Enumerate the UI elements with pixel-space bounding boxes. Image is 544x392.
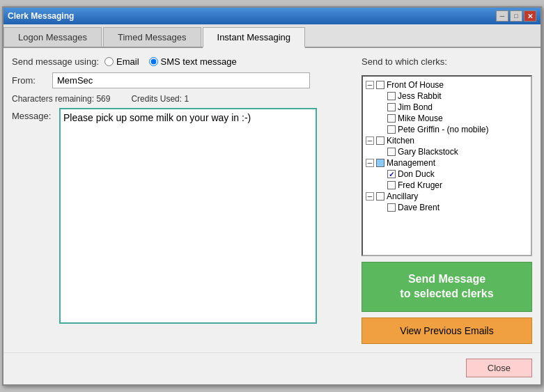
main-window: Clerk Messaging ─ □ ✕ Logon Messages Tim… [2, 6, 542, 386]
group-label-front-of-house: Front Of House [387, 80, 444, 90]
member-label-don-duck: Don Duck [398, 169, 435, 179]
close-icon: ✕ [527, 13, 533, 20]
tab-timed-messages[interactable]: Timed Messages [103, 27, 201, 47]
send-message-button[interactable]: Send Message to selected clerks [362, 262, 532, 312]
children-ancillary: Dave Brent [377, 202, 528, 213]
chars-row: Characters remaining: 569 Credits Used: … [12, 94, 353, 104]
radio-group: Email SMS text message [104, 56, 237, 67]
expand-icon-kitchen[interactable]: ─ [366, 136, 374, 145]
send-using-label: Send message using: [12, 56, 99, 67]
group-label-ancillary: Ancillary [387, 191, 418, 201]
tree-group-ancillary[interactable]: ─ Ancillary [366, 191, 528, 202]
send-using-row: Send message using: Email SMS text messa… [12, 56, 353, 67]
footer: Close [3, 352, 541, 384]
view-previous-emails-button[interactable]: View Previous Emails [362, 317, 532, 344]
checkbox-fred-kruger[interactable] [387, 181, 396, 189]
checkbox-front-of-house[interactable] [376, 81, 384, 89]
tree-group-kitchen[interactable]: ─ Kitchen [366, 135, 528, 146]
tree-member-don-duck[interactable]: Don Duck [377, 168, 528, 180]
from-label: From: [12, 75, 47, 86]
member-label-pete-griffin: Pete Griffin - (no mobile) [398, 125, 489, 134]
credits-used-value: 1 [184, 94, 189, 104]
member-label-jim-bond: Jim Bond [398, 102, 433, 112]
titlebar-buttons: ─ □ ✕ [496, 10, 536, 22]
chars-remaining-label: Characters remaining: 569 [12, 94, 110, 104]
tree-member-jess-rabbit[interactable]: Jess Rabbit [377, 91, 528, 102]
checkbox-dave-brent[interactable] [387, 203, 396, 212]
checkbox-pete-griffin[interactable] [387, 125, 396, 134]
message-row: Message: Please pick up some milk on you… [12, 108, 353, 324]
member-label-jess-rabbit: Jess Rabbit [398, 91, 442, 101]
tree-member-mike-mouse[interactable]: Mike Mouse [377, 113, 528, 124]
send-to-label: Send to which clerks: [362, 56, 532, 67]
tree-member-pete-griffin[interactable]: Pete Griffin - (no mobile) [377, 124, 528, 135]
email-option[interactable]: Email [104, 56, 139, 67]
member-label-dave-brent: Dave Brent [398, 203, 440, 212]
tree-member-jim-bond[interactable]: Jim Bond [377, 102, 528, 113]
expand-icon-ancillary[interactable]: ─ [366, 192, 374, 201]
sms-radio[interactable] [149, 57, 158, 66]
message-label: Message: [12, 108, 54, 121]
email-radio[interactable] [104, 57, 114, 66]
children-kitchen: Gary Blackstock [377, 146, 528, 157]
tab-logon-messages-label: Logon Messages [18, 32, 87, 42]
checkbox-jim-bond[interactable] [387, 103, 396, 111]
maximize-button[interactable]: □ [510, 10, 522, 22]
maximize-icon: □ [514, 13, 518, 19]
expand-icon-management[interactable]: ─ [366, 159, 374, 167]
main-content: Send message using: Email SMS text messa… [3, 48, 541, 352]
email-radio-label: Email [116, 56, 139, 67]
member-label-fred-kruger: Fred Kruger [398, 180, 442, 190]
titlebar: Clerk Messaging ─ □ ✕ [3, 8, 541, 24]
tab-timed-messages-label: Timed Messages [118, 32, 187, 42]
checkbox-management[interactable] [376, 159, 384, 167]
group-label-management: Management [387, 158, 435, 168]
checkbox-don-duck[interactable] [387, 170, 396, 178]
tab-bar: Logon Messages Timed Messages Instant Me… [3, 24, 541, 48]
checkbox-kitchen[interactable] [376, 136, 384, 145]
tab-instant-messaging[interactable]: Instant Messaging [203, 27, 306, 48]
right-panel: Send to which clerks: ─ Front Of House J… [362, 56, 532, 344]
checkbox-ancillary[interactable] [376, 192, 384, 201]
minimize-button[interactable]: ─ [496, 10, 508, 22]
chars-remaining-value: 569 [96, 94, 110, 104]
tree-group-management[interactable]: ─ Management [366, 157, 528, 168]
clerk-tree[interactable]: ─ Front Of House Jess Rabbit Jim Bond [362, 75, 532, 256]
tab-logon-messages[interactable]: Logon Messages [3, 27, 102, 47]
member-label-mike-mouse: Mike Mouse [398, 113, 443, 123]
checkbox-gary-blackstock[interactable] [387, 148, 396, 156]
member-label-gary-blackstock: Gary Blackstock [398, 147, 458, 157]
from-row: From: [12, 72, 353, 88]
minimize-icon: ─ [500, 13, 504, 19]
window-close-button[interactable]: ✕ [524, 10, 536, 22]
from-input[interactable] [52, 72, 310, 88]
credits-used-label: Credits Used: 1 [131, 94, 189, 104]
sms-radio-label: SMS text message [161, 56, 237, 67]
tree-member-gary-blackstock[interactable]: Gary Blackstock [377, 146, 528, 157]
tree-member-dave-brent[interactable]: Dave Brent [377, 202, 528, 213]
sms-option[interactable]: SMS text message [149, 56, 237, 67]
expand-icon-front-of-house[interactable]: ─ [366, 81, 374, 89]
checkbox-mike-mouse[interactable] [387, 114, 396, 123]
tree-member-fred-kruger[interactable]: Fred Kruger [377, 180, 528, 191]
window-title: Clerk Messaging [8, 11, 74, 21]
tab-instant-messaging-label: Instant Messaging [217, 32, 291, 42]
left-panel: Send message using: Email SMS text messa… [12, 56, 353, 344]
message-textarea[interactable]: Please pick up some milk on your way in … [59, 108, 317, 324]
tree-group-front-of-house[interactable]: ─ Front Of House [366, 79, 528, 91]
children-front-of-house: Jess Rabbit Jim Bond Mike Mouse [377, 91, 528, 135]
checkbox-jess-rabbit[interactable] [387, 92, 396, 100]
group-label-kitchen: Kitchen [387, 136, 414, 146]
close-button[interactable]: Close [466, 359, 532, 377]
children-management: Don Duck Fred Kruger [377, 168, 528, 191]
